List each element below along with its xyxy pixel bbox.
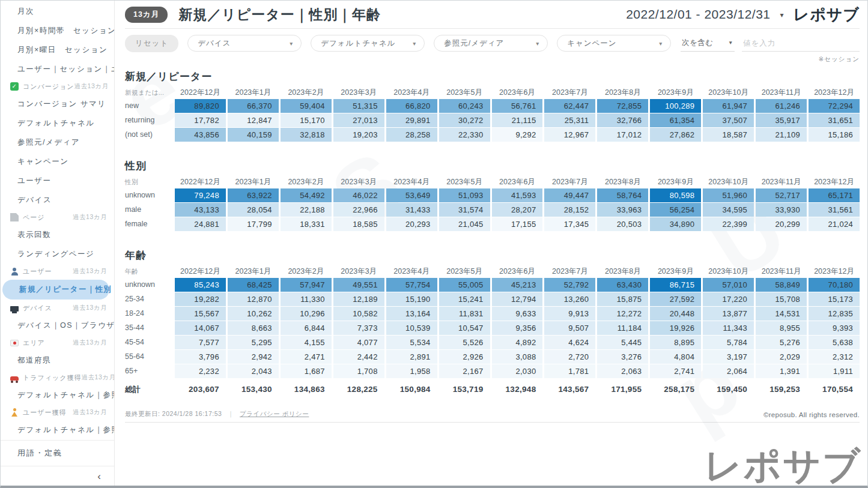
heatmap-cell: 12,835 — [809, 307, 860, 321]
reset-button[interactable]: リセット — [125, 35, 178, 52]
heatmap-cell: 24,881 — [175, 217, 226, 231]
heatmap-cell: 20,503 — [597, 217, 648, 231]
heatmap-cell: 43,133 — [175, 203, 226, 217]
heatmap-cell: 5,295 — [228, 336, 279, 349]
sidebar-item[interactable]: デバイス — [1, 190, 114, 209]
row-label: female — [125, 217, 173, 231]
section-label: コンバージョン — [23, 82, 74, 91]
section-label: ユーザー — [23, 267, 52, 276]
heatmap-cell: 2,442 — [333, 350, 384, 364]
match-type-select[interactable]: 次を含む ▼ — [681, 35, 735, 52]
brand-watermark: レポサブ — [704, 447, 861, 484]
heatmap-cell: 32,818 — [281, 128, 332, 142]
filter-default-channel-dropdown[interactable]: デフォルトチャネル▾ — [311, 35, 425, 52]
table-section: 性別性別2022年12月2023年1月2023年2月2023年3月2023年4月… — [125, 159, 860, 231]
filter-value-input[interactable] — [742, 37, 860, 52]
heatmap-cell: 6,844 — [281, 321, 332, 335]
car-icon — [10, 376, 19, 381]
section-label: ユーザー獲得 — [23, 408, 67, 417]
total-cell: 170,554 — [809, 382, 860, 397]
sidebar-item-glossary[interactable]: 用語・定義 — [1, 441, 114, 466]
table-section: 新規／リピーター新規または...2022年12月2023年1月2023年2月20… — [125, 70, 860, 142]
session-note: ※セッション — [125, 55, 860, 64]
heatmap-cell: 61,246 — [756, 99, 807, 113]
month-column-header: 2023年9月 — [650, 176, 701, 188]
sidebar-item[interactable]: 都道府県 — [1, 351, 114, 370]
sidebar-item[interactable]: 月次 — [1, 2, 114, 21]
month-column-header: 2023年2月 — [281, 265, 332, 277]
privacy-policy-link[interactable]: プライバシー ポリシー — [240, 410, 309, 417]
sidebar-item[interactable]: デフォルトチャネル｜参照... — [1, 420, 114, 439]
filter-device-dropdown[interactable]: デバイス▾ — [187, 35, 302, 52]
sidebar-item[interactable]: デバイス｜OS｜ブラウザ — [1, 316, 114, 335]
sidebar-collapse-icon[interactable]: ‹ — [97, 471, 101, 481]
filter-campaign-dropdown[interactable]: キャンペーン▾ — [557, 35, 671, 52]
heatmap-cell: 27,592 — [650, 292, 701, 306]
sidebar-section-header: ページ過去13カ月 — [1, 209, 114, 225]
month-column-header: 2023年4月 — [386, 176, 437, 188]
sidebar-item[interactable]: 月別×曜日 セッション — [1, 40, 114, 59]
heatmap-cell: 5,276 — [756, 336, 807, 349]
heatmap-cell: 33,963 — [597, 203, 648, 217]
month-column-header: 2023年10月 — [703, 176, 754, 188]
sidebar-nav: 月次月別×時間帯 セッション月別×曜日 セッションユーザー｜セッション｜エ...… — [1, 2, 114, 440]
page-title: 新規／リピーター｜性別｜年齢 — [178, 5, 381, 24]
sidebar-item-selected[interactable]: 新規／リピーター｜性別｜... — [2, 280, 109, 300]
date-range-value: 2022/12/01 - 2023/12/31 — [626, 7, 770, 22]
sidebar-item[interactable]: ユーザー — [1, 171, 114, 190]
heatmap-cell: 11,831 — [439, 307, 490, 321]
heatmap-cell: 28,152 — [544, 203, 595, 217]
heatmap-cell: 21,115 — [492, 113, 543, 127]
sidebar-item[interactable]: キャンペーン — [1, 152, 114, 171]
dropdown-label: キャンペーン — [567, 38, 616, 49]
heatmap-cell: 3,088 — [492, 350, 543, 364]
heatmap-cell: 17,220 — [703, 292, 754, 306]
heatmap-cell: 61,947 — [703, 99, 754, 113]
row-label: 65+ — [125, 364, 173, 378]
heatmap-cell: 80,598 — [650, 188, 701, 202]
chevron-down-icon: ▼ — [728, 40, 733, 46]
heatmap-cell: 9,292 — [492, 128, 543, 142]
row-label: returning — [125, 113, 173, 127]
heatmap-cell: 15,170 — [281, 113, 332, 127]
heatmap-cell: 56,761 — [492, 99, 543, 113]
total-cell: 134,863 — [281, 382, 332, 397]
heatmap-cell: 45,213 — [492, 278, 543, 292]
sidebar-item[interactable]: 参照元/メディア — [1, 133, 114, 152]
sidebar-item[interactable]: 表示回数 — [1, 225, 114, 244]
month-column-header: 2023年7月 — [544, 176, 595, 188]
heatmap-cell: 15,567 — [175, 307, 226, 321]
date-range-picker[interactable]: 2022/12/01 - 2023/12/31 ▾ — [626, 7, 793, 22]
sidebar-item[interactable]: デフォルトチャネル｜参照... — [1, 385, 114, 405]
sidebar-item[interactable]: コンバージョン サマリ — [1, 94, 114, 113]
row-label: unknown — [125, 278, 173, 292]
table-title: 年齢 — [125, 249, 860, 262]
total-cell: 128,225 — [333, 382, 384, 397]
heatmap-cell: 15,190 — [386, 292, 437, 306]
heatmap-cell: 9,913 — [544, 307, 595, 321]
heatmap-cell: 58,764 — [597, 188, 648, 202]
page-icon — [10, 213, 19, 221]
filter-source-medium-dropdown[interactable]: 参照元/メディア▾ — [434, 35, 548, 52]
sidebar-item[interactable]: ランディングページ — [1, 244, 114, 264]
heatmap-cell: 57,754 — [386, 278, 437, 292]
month-column-header: 2023年9月 — [650, 265, 701, 277]
chevron-down-icon: ▾ — [536, 40, 539, 47]
heatmap-cell: 1,911 — [809, 364, 860, 378]
data-table: 年齢2022年12月2023年1月2023年2月2023年3月2023年4月20… — [125, 265, 860, 397]
heatmap-cell: 28,207 — [492, 203, 543, 217]
total-cell: 159,253 — [756, 382, 807, 397]
heatmap-cell: 11,343 — [703, 321, 754, 335]
heatmap-cell: 5,526 — [439, 336, 490, 349]
heatmap-cell: 89,820 — [175, 99, 226, 113]
heatmap-cell: 10,262 — [228, 307, 279, 321]
sidebar-item[interactable]: デフォルトチャネル — [1, 113, 114, 133]
heatmap-cell: 31,574 — [439, 203, 490, 217]
section-period: 過去13カ月 — [73, 408, 107, 417]
chevron-down-icon: ▾ — [413, 40, 416, 47]
sidebar-item[interactable]: 月別×時間帯 セッション — [1, 21, 114, 40]
copyright-text: ©reposub. All rights reserved. — [763, 411, 860, 418]
sidebar-item[interactable]: ユーザー｜セッション｜エ... — [1, 59, 114, 79]
row-label: 25-34 — [125, 292, 173, 306]
heatmap-cell: 28,054 — [228, 203, 279, 217]
